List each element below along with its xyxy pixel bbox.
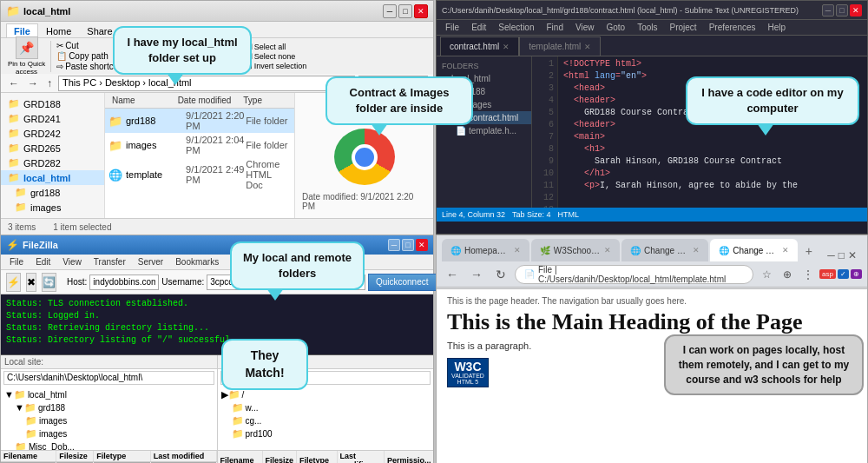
tree-item[interactable]: 📁images xyxy=(4,427,214,440)
pin-to-quick-access-icon[interactable]: 📌 xyxy=(16,36,38,59)
cursor-position: Line 4, Column 32 xyxy=(442,210,505,219)
tab-close-icon[interactable]: ✕ xyxy=(604,246,611,255)
browser-tab-w3schools[interactable]: 🌿 W3Schools... ✕ xyxy=(531,239,620,261)
menu-view[interactable]: View xyxy=(57,257,87,267)
browser-close-btn[interactable]: ✕ xyxy=(848,249,857,261)
tab-close-icon[interactable]: ✕ xyxy=(503,43,510,51)
refresh-button[interactable]: ↻ xyxy=(490,264,511,285)
col-header-type[interactable]: Type xyxy=(240,95,291,106)
paste-shortcut-btn[interactable]: ⇨Paste shortcut xyxy=(56,62,121,71)
tab-close-icon[interactable]: ✕ xyxy=(584,43,591,51)
sublime-minimize-btn[interactable]: ─ xyxy=(822,4,834,17)
minimize-button[interactable]: ─ xyxy=(383,4,397,18)
browser-tab-change1[interactable]: 🌐 Change Mi... ✕ xyxy=(621,239,708,261)
tab-close-icon[interactable]: ✕ xyxy=(782,246,789,255)
address-bar[interactable]: 📄 File | C:/Users/danih/Desktop/local_ht… xyxy=(515,265,753,284)
browser-tab-homepage[interactable]: 🌐 Homepage... ✕ xyxy=(442,239,529,261)
cut-btn[interactable]: ✂Cut xyxy=(56,41,121,50)
tree-item[interactable]: 📁Misc_Dob... xyxy=(4,440,214,450)
extensions-icon[interactable]: ⊕ xyxy=(778,265,797,284)
sidebar-item-grd241[interactable]: 📁GRD241 xyxy=(1,111,104,126)
col-perm: Permissio... xyxy=(385,451,433,463)
quickconnect-button[interactable]: Quickconnect xyxy=(368,274,437,291)
sidebar-item-local-html[interactable]: 📁local_html xyxy=(1,170,104,185)
tree-item[interactable]: 📁prd100 xyxy=(221,427,431,440)
table-row[interactable]: 🌐 template 9/1/2021 2:49 PM Chrome HTML … xyxy=(105,157,294,192)
menu-edit[interactable]: Edit xyxy=(466,23,491,32)
menu-file[interactable]: File xyxy=(440,23,464,32)
ftp-maximize-btn[interactable]: □ xyxy=(402,239,414,251)
forward-button[interactable]: → xyxy=(466,264,487,285)
forward-button[interactable]: → xyxy=(25,76,41,90)
table-row[interactable]: 📁 images 9/1/2021 2:04 PM File folder xyxy=(105,133,294,157)
tab-close-icon[interactable]: ✕ xyxy=(514,246,521,255)
select-all-btn[interactable]: ☑ Select all xyxy=(246,43,307,51)
menu-bookmarks[interactable]: Bookmarks xyxy=(170,257,224,267)
menu-project[interactable]: Project xyxy=(665,23,702,32)
sidebar-item-grd188-sub[interactable]: 📁grd188 xyxy=(1,185,104,200)
table-row[interactable]: 📁 grd188 9/1/2021 2:20 PM File folder xyxy=(105,109,294,133)
menu-selection[interactable]: Selection xyxy=(493,23,539,32)
menu-view[interactable]: View xyxy=(570,23,600,32)
tab-contract-html[interactable]: contract.html ✕ xyxy=(440,36,519,56)
sidebar-item-grd282[interactable]: 📁GRD282 xyxy=(1,155,104,170)
menu-file[interactable]: File xyxy=(4,257,29,267)
tree-item[interactable]: 📁w... xyxy=(221,401,431,414)
menu-goto[interactable]: Goto xyxy=(601,23,630,32)
menu-help[interactable]: Help xyxy=(763,23,792,32)
tree-item[interactable]: ▶📁/ xyxy=(221,388,431,401)
maximize-button[interactable]: □ xyxy=(398,4,412,18)
file-name: template xyxy=(126,169,186,180)
sidebar-item-grd188[interactable]: 📁GRD188 xyxy=(1,96,104,111)
tree-item[interactable]: ▼📁local_html xyxy=(4,388,214,401)
sublime-maximize-btn[interactable]: □ xyxy=(836,4,848,17)
tree-item[interactable]: 📁images xyxy=(4,414,214,427)
address-favicon: 📄 xyxy=(524,269,535,279)
address-input[interactable]: This PC › Desktop › local_html xyxy=(58,76,355,91)
sidebar-item-grd242[interactable]: 📁GRD242 xyxy=(1,126,104,141)
local-files-list: Filename Filesize Filetype Last modified… xyxy=(1,451,217,463)
back-button[interactable]: ← xyxy=(442,264,463,285)
tab-close-icon[interactable]: ✕ xyxy=(693,246,700,255)
ftp-close-btn[interactable]: ✕ xyxy=(416,239,428,251)
menu-icon[interactable]: ⋮ xyxy=(799,265,818,284)
select-none-btn[interactable]: ☐ Select none xyxy=(246,52,307,61)
disconnect-btn[interactable]: ✖ xyxy=(26,273,36,292)
col-header-date[interactable]: Date modified xyxy=(174,95,240,106)
copy-path-btn[interactable]: 📋Copy path xyxy=(56,51,121,61)
sublime-menubar: File Edit Selection Find View Goto Tools… xyxy=(437,20,867,36)
col-filesize: Filesize xyxy=(56,451,94,462)
open-site-manager-btn[interactable]: ⚡ xyxy=(6,273,21,292)
menu-find[interactable]: Find xyxy=(542,23,569,32)
sidebar-item-grd265[interactable]: 📁GRD265 xyxy=(1,141,104,155)
new-tab-button[interactable]: + xyxy=(799,241,819,261)
invert-selection-btn[interactable]: ⊡ Invert selection xyxy=(246,62,307,70)
browser-tab-change2[interactable]: 🌐 Change Mi... ✕ xyxy=(710,239,797,261)
col-header-name[interactable]: Name xyxy=(108,95,174,106)
browser-maximize-btn[interactable]: □ xyxy=(838,249,845,261)
menu-server[interactable]: Server xyxy=(133,257,168,267)
host-input[interactable] xyxy=(89,274,159,290)
menu-edit[interactable]: Edit xyxy=(30,257,56,267)
back-button[interactable]: ← xyxy=(6,76,22,90)
local-site-path[interactable]: C:\Users\danih\Desktop\local_html\ xyxy=(3,371,214,385)
close-button[interactable]: ✕ xyxy=(414,4,428,18)
sidebar-item-images[interactable]: 📁images xyxy=(1,200,104,215)
tab-template-html[interactable]: template.html ✕ xyxy=(519,36,601,56)
menu-tools[interactable]: Tools xyxy=(632,23,662,32)
up-button[interactable]: ↑ xyxy=(44,76,55,90)
ftp-minimize-btn[interactable]: ─ xyxy=(388,239,400,251)
menu-transfer[interactable]: Transfer xyxy=(89,257,131,267)
line-num: 6 xyxy=(532,119,557,131)
callout-text: They Match! xyxy=(245,348,284,380)
browser-minimize-btn[interactable]: ─ xyxy=(827,249,835,261)
tree-item[interactable]: 📁cg... xyxy=(221,414,431,427)
bookmark-icon[interactable]: ☆ xyxy=(757,265,776,284)
w3c-badge-type: HTML 5 xyxy=(457,379,479,385)
sidebar-item-template-html[interactable]: 📄 template.h... xyxy=(437,124,531,137)
sublime-close-btn[interactable]: ✕ xyxy=(850,4,862,17)
menu-preferences[interactable]: Preferences xyxy=(704,23,761,32)
tree-item[interactable]: ▼📁grd188 xyxy=(4,401,214,414)
browser-toolbar-icons: ☆ ⊕ ⋮ asp ✓ ⊕ xyxy=(757,265,862,284)
reconnect-btn[interactable]: 🔄 xyxy=(42,273,56,292)
